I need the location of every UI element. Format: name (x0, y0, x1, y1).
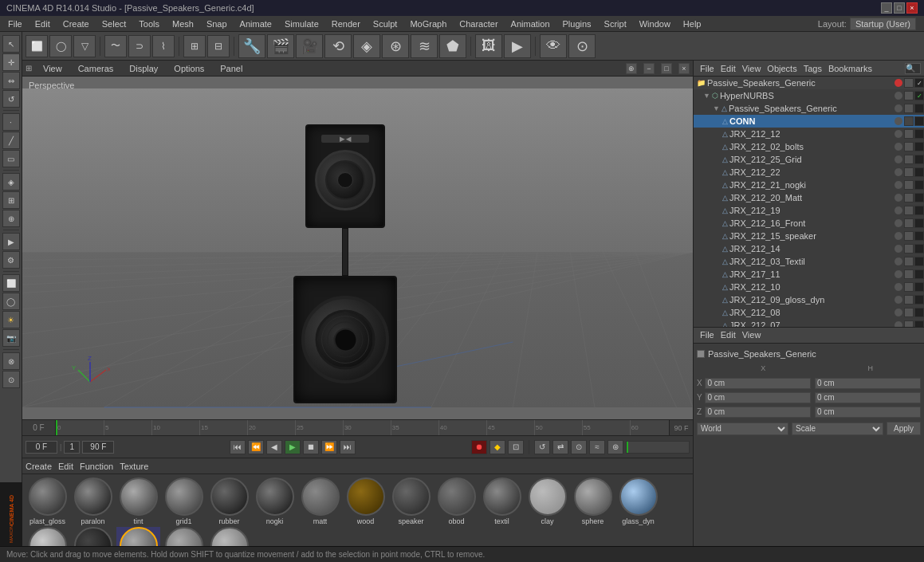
mat-matt[interactable]: matt (298, 478, 342, 525)
record-btn[interactable]: ⏺ (471, 440, 487, 454)
obj-checkbox1[interactable] (904, 78, 914, 88)
sky-btn[interactable]: ◯ (2, 293, 20, 310)
mode-select[interactable]: Scale Absolute (792, 422, 883, 435)
3d-viewport[interactable]: Perspective (22, 77, 693, 419)
obj-cm[interactable] (914, 231, 924, 241)
mat-connector[interactable]: connector (116, 527, 160, 546)
mat-speaker[interactable]: speaker (389, 478, 433, 525)
mat-texture-btn[interactable]: Texture (120, 462, 148, 471)
obj-cm[interactable] (914, 218, 924, 228)
obj-cb-hypernurbs[interactable] (904, 91, 914, 100)
obj-row-jrx-212-25-grid[interactable]: △JRX_212_25_Grid (694, 153, 924, 166)
snap-btn[interactable]: 🔧 (238, 34, 265, 58)
cameras-tab[interactable]: Cameras (73, 62, 119, 75)
obj-cm[interactable] (914, 142, 924, 151)
mograph-btn[interactable]: ◈ (353, 34, 380, 58)
obj-cb[interactable] (904, 142, 914, 151)
attr-edit-tab[interactable]: Edit (718, 330, 739, 340)
mat-plast-matt[interactable]: plast_matt (162, 527, 206, 546)
obj-cm[interactable] (914, 244, 924, 253)
mat-sphere-mat[interactable]: sphere (571, 478, 615, 525)
menu-window[interactable]: Window (633, 18, 677, 30)
obj-row-jrx-212-08[interactable]: △JRX_212_08 (694, 306, 924, 319)
obj-row-jrx-212-15-speaker[interactable]: △JRX_212_15_speaker (694, 230, 924, 242)
obj-bookmarks-tab[interactable]: Bookmarks (825, 64, 875, 73)
next-frame-btn[interactable]: ⏩ (321, 440, 337, 454)
obj-cm[interactable] (914, 193, 924, 202)
rotate-tool-btn[interactable]: ↺ (2, 90, 20, 108)
obj-cb[interactable] (904, 180, 914, 190)
mat-clay[interactable]: clay (525, 478, 569, 525)
obj-cb[interactable] (904, 218, 914, 228)
cube-btn[interactable]: ⬜ (26, 35, 48, 57)
options-tab[interactable]: Options (169, 62, 209, 75)
obj-cb[interactable] (904, 282, 914, 292)
obj-cb[interactable] (904, 193, 914, 202)
size-b-input[interactable] (815, 407, 921, 418)
render-active-btn[interactable]: ▶ (2, 233, 20, 250)
obj-cm-conn[interactable] (914, 116, 924, 126)
space-select[interactable]: World Object (697, 422, 788, 435)
attr-view-tab[interactable]: View (739, 330, 765, 340)
display-tab[interactable]: Display (124, 62, 163, 75)
ping-pong-btn[interactable]: ⇄ (552, 440, 568, 454)
menu-plugins[interactable]: Plugins (556, 18, 598, 30)
render-settings-btn[interactable]: ⚙ (2, 251, 20, 269)
mat-plast-gloss[interactable]: plast_gloss (26, 478, 69, 525)
texture-btn[interactable]: ⊞ (2, 191, 20, 209)
menu-animation[interactable]: Animation (505, 18, 556, 30)
play-btn[interactable]: ▶ (285, 440, 301, 454)
obj-file-tab[interactable]: File (697, 64, 718, 73)
mat-textil[interactable]: textil (480, 478, 524, 525)
record-all-btn[interactable]: ⊛ (607, 440, 623, 454)
mat-create-btn[interactable]: Create (26, 462, 52, 471)
apply-btn[interactable]: Apply (887, 422, 921, 435)
vr-btn[interactable]: ⊙ (568, 34, 596, 58)
minimize-btn[interactable]: _ (881, 2, 892, 14)
vp-ctrl3[interactable]: □ (661, 63, 672, 74)
curve-btn[interactable]: 〜 (104, 35, 127, 57)
obj-cb[interactable] (904, 320, 914, 327)
go-start-btn[interactable]: ⏮ (230, 440, 246, 454)
menu-mograph[interactable]: MoGraph (403, 18, 453, 30)
sphere-btn[interactable]: ◯ (49, 35, 72, 57)
obj-cm[interactable] (914, 180, 924, 190)
mat-wood[interactable]: wood (344, 478, 387, 525)
obj-row-passive-mesh[interactable]: ▼ △ Passive_Speakers_Generic (694, 102, 924, 115)
render-btn[interactable]: ▶ (504, 34, 531, 58)
obj-row-jrx-212-21-nogki[interactable]: △JRX_212_21_nogki (694, 179, 924, 191)
obj-cm[interactable] (914, 155, 924, 164)
mat-steel-bk[interactable]: steel_bk (71, 527, 115, 546)
keyframe-btn[interactable]: ◆ (490, 440, 505, 454)
hair-btn[interactable]: ≋ (411, 34, 438, 58)
prev-frame-btn[interactable]: ⏪ (248, 440, 264, 454)
pos-x-input[interactable] (705, 378, 811, 389)
obj-cb[interactable] (904, 206, 914, 215)
xpresso-btn[interactable]: ⊛ (382, 34, 409, 58)
edges-btn[interactable]: ╱ (2, 132, 20, 149)
menu-render[interactable]: Render (325, 18, 367, 30)
obj-cb[interactable] (904, 231, 914, 241)
mat-function-btn[interactable]: Function (80, 462, 113, 471)
motion-btn[interactable]: ⊙ (571, 440, 587, 454)
obj-cm[interactable] (914, 269, 924, 279)
mat-steel2[interactable]: steel2 (26, 527, 69, 546)
stop-btn[interactable]: ⏹ (303, 440, 319, 454)
mat-tint[interactable]: tint (116, 478, 160, 525)
obj-cm[interactable] (914, 282, 924, 292)
obj-row-jrx-212-12[interactable]: △JRX_212_12 (694, 128, 924, 140)
obj-row-passive-file[interactable]: 📁 Passive_Speakers_Generic ✓ (694, 77, 924, 89)
menu-snap[interactable]: Snap (200, 18, 234, 30)
loop-btn[interactable]: ↺ (534, 440, 550, 454)
obj-row-jrx-212-02-bolts[interactable]: △JRX_212_02_bolts (694, 140, 924, 153)
obj-cm[interactable] (914, 129, 924, 139)
obj-objects-tab[interactable]: Objects (764, 64, 800, 73)
deform-btn[interactable]: ⟲ (324, 34, 352, 58)
obj-row-jrx-212-10[interactable]: △JRX_212_10 (694, 281, 924, 293)
size-p-input[interactable] (815, 392, 921, 403)
obj-row-jrx-212-16-front[interactable]: △JRX_212_16_Front (694, 217, 924, 230)
menu-script[interactable]: Script (598, 18, 633, 30)
obj-row-conn[interactable]: △ CONN (694, 115, 924, 128)
view-tab[interactable]: View (38, 62, 67, 75)
obj-cb[interactable] (904, 308, 914, 317)
